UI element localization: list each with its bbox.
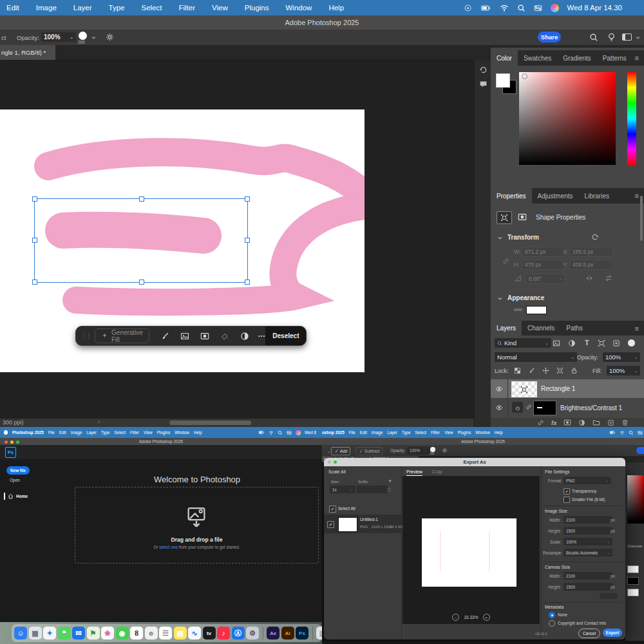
dock-item-facetime[interactable]: ◉ (116, 627, 129, 639)
panel-tab-libraries[interactable]: Libraries (579, 188, 615, 204)
menu-item-file[interactable]: File (48, 430, 55, 435)
workspace-icon[interactable] (622, 33, 632, 41)
zoom-out-button[interactable]: − (452, 614, 459, 621)
more-options-button[interactable]: ••• (258, 333, 265, 339)
layer-mask-thumbnail[interactable] (533, 401, 556, 415)
color-picker-cursor[interactable] (522, 73, 527, 79)
menu-item-image[interactable]: Image (36, 4, 57, 12)
delete-layer-trash-icon[interactable] (621, 419, 629, 426)
select-all-checkbox[interactable]: ✓ (329, 506, 336, 513)
app-menu-name-truncated[interactable]: oshop 2025 (322, 430, 345, 435)
x-field[interactable]: 185.5 px (569, 247, 613, 257)
dock-item-launchpad[interactable]: ▦ (29, 627, 42, 639)
appearance-title[interactable]: Appearance (507, 295, 544, 301)
opacity-field[interactable]: 100%⌄ (41, 32, 76, 42)
dock-item-finder[interactable]: ☺ (14, 627, 27, 639)
app-menu-name[interactable]: Photoshop 2025 (12, 430, 44, 435)
gear-icon[interactable] (442, 448, 448, 453)
select-one-link[interactable]: select one (159, 545, 178, 549)
layers-opacity-field[interactable]: 100%⌄ (603, 352, 640, 362)
menu-item-window[interactable]: Window (175, 430, 189, 435)
opacity-field[interactable]: 100%⌄ (407, 447, 430, 454)
y-field[interactable]: 408.6 px (569, 260, 613, 270)
menu-item-image[interactable]: Image (71, 430, 82, 435)
menu-item-help[interactable]: Help (328, 4, 344, 12)
panel-tab-swatches[interactable]: Swatches (518, 50, 557, 66)
hue-slider[interactable] (627, 72, 636, 165)
brush-preview-dot[interactable] (79, 32, 87, 40)
menu-item-layer[interactable]: Layer (73, 4, 92, 12)
filter-smart-objects-icon[interactable] (612, 339, 620, 347)
siri-icon[interactable] (296, 430, 301, 435)
control-center-icon[interactable] (287, 430, 292, 435)
menu-item-filter[interactable]: Filter (178, 4, 195, 12)
lock-transparent-pixels-icon[interactable] (514, 367, 521, 374)
selection-handle[interactable] (245, 238, 250, 243)
dock-item-app-store[interactable]: Ⓐ (232, 627, 245, 639)
siri-icon[interactable] (551, 4, 559, 12)
menu-item-select[interactable]: Select (115, 430, 126, 435)
scale-select[interactable]: 1x⌄ (330, 486, 355, 493)
transform-collapse-chevron-icon[interactable] (497, 235, 503, 241)
panel-menu-icon[interactable]: ≡ (635, 325, 644, 332)
canvas-width-input[interactable]: 2100 (564, 572, 612, 580)
format-select[interactable]: PNG⌄ (564, 477, 611, 484)
tool-chevron-icon[interactable]: ⌄ (327, 449, 331, 453)
canvas-height-input[interactable]: 1500 (564, 583, 612, 591)
menu-item-layer[interactable]: Layer (387, 430, 397, 435)
lock-all-icon[interactable] (571, 367, 578, 374)
lock-position-icon[interactable] (542, 367, 549, 374)
spotlight-search-icon[interactable] (278, 430, 283, 435)
document-tab[interactable]: ngle 1, RGB/8) * (0, 45, 55, 61)
selection-handle[interactable] (139, 196, 144, 202)
new-file-button[interactable]: New file (6, 466, 30, 475)
battery-icon[interactable] (258, 430, 265, 435)
add-scale-button[interactable]: + (388, 478, 392, 484)
shape-properties-icon-active[interactable] (497, 211, 512, 224)
selection-bounding-box[interactable] (34, 198, 248, 283)
angle-field[interactable]: 0.00°⌄ (526, 274, 565, 284)
dock-item-freeform[interactable]: ∿ (188, 627, 201, 639)
dock-item-music[interactable]: ♪ (217, 627, 230, 639)
dock-item-maps[interactable]: ⚑ (87, 627, 100, 639)
panel-tab-gradients[interactable]: Gradients (557, 50, 596, 66)
generative-fill-button[interactable]: Generative Fill (95, 328, 149, 343)
subtract-mode-button[interactable]: Subtract (355, 447, 383, 455)
dock-item-illustrator[interactable]: Ai (281, 627, 294, 639)
selection-handle[interactable] (32, 196, 37, 202)
brush-settings-gear-icon[interactable] (106, 33, 114, 41)
panel-tab-patterns[interactable]: Patterns (597, 50, 632, 66)
layer-effects-fx-button[interactable]: fx (551, 419, 556, 426)
menubar-clock[interactable]: Wed 8 Apr 14.30 (567, 4, 622, 12)
resample-select[interactable]: Bicubic Automatic⌄ (564, 549, 612, 556)
dock-item-apple-tv[interactable]: tv (203, 627, 216, 639)
layer-visibility-eye-icon[interactable] (495, 385, 503, 393)
menu-item-view[interactable]: View (144, 430, 153, 435)
add-mask-icon[interactable] (200, 332, 209, 341)
new-group-folder-icon[interactable] (592, 419, 600, 426)
kind-filter-field[interactable]: Kind⌄ (495, 338, 551, 348)
layer-visibility-eye-icon[interactable] (495, 404, 503, 412)
menu-item-layer[interactable]: Layer (86, 430, 97, 435)
deselect-button[interactable]: Deselect (265, 327, 306, 345)
search-icon[interactable] (589, 33, 598, 42)
layer-row-brightness-contrast[interactable]: ☼ Brightness/Contrast 1 (491, 398, 644, 417)
menu-item-plugins[interactable]: Plugins (458, 430, 471, 435)
discover-lightbulb-icon[interactable] (607, 32, 616, 42)
selection-handle[interactable] (32, 279, 37, 285)
spotlight-search-icon[interactable] (629, 430, 634, 435)
menu-item-type[interactable]: Type (101, 430, 110, 435)
menu-item-edit[interactable]: Edit (360, 430, 367, 435)
height-field[interactable]: 475 px (522, 260, 565, 270)
version-history-icon[interactable] (479, 66, 488, 74)
status-chevron[interactable]: › (98, 419, 100, 425)
menu-item-filter[interactable]: Filter (130, 430, 139, 435)
transparency-checkbox[interactable]: ✓ (564, 488, 570, 495)
dock-item-contacts[interactable]: ☻ (145, 627, 158, 639)
blend-mode-field[interactable]: Normal⌄ (495, 352, 577, 362)
battery-icon[interactable] (480, 3, 491, 13)
control-center-icon[interactable] (638, 430, 643, 435)
menu-item-edit[interactable]: Edit (6, 4, 19, 12)
mask-properties-icon[interactable] (515, 211, 529, 223)
panel-tab-color[interactable]: Color (491, 50, 518, 66)
